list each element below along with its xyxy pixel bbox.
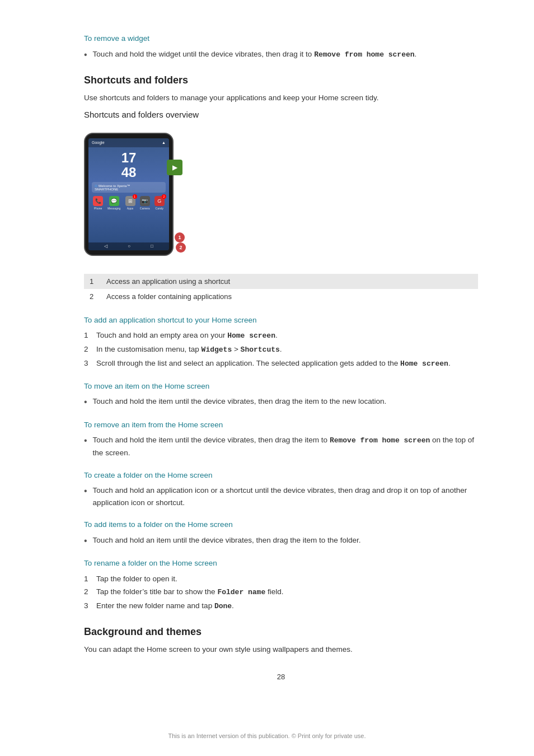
table-text-1: Access an application using a shortcut: [106, 277, 230, 286]
folder-badge: 2: [176, 242, 186, 253]
create-folder-text: Touch and hold an application icon or a …: [93, 484, 478, 508]
remove-widget-text: Touch and hold the widget until the devi…: [93, 48, 417, 61]
page-number: 28: [84, 673, 478, 681]
rename-folder-step-2: 2 Tap the folder’s title bar to show the…: [84, 586, 478, 599]
remove-widget-bullet: • Touch and hold the widget until the de…: [84, 48, 478, 61]
background-themes-heading: Background and themes: [84, 626, 478, 638]
create-folder-title: To create a folder on the Home screen: [84, 469, 478, 482]
rename-folder-step-3: 3 Enter the new folder name and tap Done…: [84, 600, 478, 613]
table-row-1: 1 Access an application using a shortcut: [84, 274, 478, 289]
background-themes-intro: You can adapt the Home screen to your ow…: [84, 643, 478, 656]
table-row-2: 2 Access a folder containing application…: [84, 289, 478, 304]
table-num-1: 1: [90, 277, 106, 286]
add-items-folder-bullet: • Touch and hold an item until the devic…: [84, 534, 478, 547]
overview-heading: Shortcuts and folders overview: [84, 110, 478, 119]
shortcuts-folders-intro: Use shortcuts and folders to manage your…: [84, 92, 478, 104]
rename-step-1-text: Tap the folder to open it.: [96, 573, 177, 585]
table-num-2: 2: [90, 292, 106, 301]
rename-folder-steps: 1 Tap the folder to open it. 2 Tap the f…: [84, 573, 478, 613]
remove-item-text: Touch and hold the item until the device…: [93, 434, 478, 459]
move-item-title: To move an item on the Home screen: [84, 380, 478, 393]
phone-screenshot: Google ▲ 1748 ⊙ Welcome to Xperia™SMARTP…: [84, 133, 174, 256]
remove-item-bullet: • Touch and hold the item until the devi…: [84, 434, 478, 459]
play-badge: ▶: [167, 160, 182, 175]
add-shortcut-step-2: 2 In the customisation menu, tap Widgets…: [84, 343, 478, 356]
move-item-text: Touch and hold the item until the device…: [93, 395, 387, 408]
add-shortcut-title: To add an application shortcut to your H…: [84, 314, 478, 326]
remove-item-title: To remove an item from the Home screen: [84, 419, 478, 431]
rename-folder-step-1: 1 Tap the folder to open it.: [84, 573, 478, 585]
add-shortcut-steps: 1 Touch and hold an empty area on your H…: [84, 329, 478, 370]
number-badge: 1: [175, 232, 185, 242]
add-items-folder-text: Touch and hold an item until the device …: [93, 534, 361, 547]
page: To remove a widget • Touch and hold the …: [0, 0, 534, 756]
footer-text: This is an Internet version of this publ…: [0, 732, 534, 739]
move-item-bullet: • Touch and hold the item until the devi…: [84, 395, 478, 408]
rename-folder-title: To rename a folder on the Home screen: [84, 557, 478, 570]
create-folder-bullet: • Touch and hold an application icon or …: [84, 484, 478, 508]
bullet-dot: •: [84, 49, 87, 61]
add-shortcut-step-1: 1 Touch and hold an empty area on your H…: [84, 329, 478, 342]
remove-widget-title: To remove a widget: [84, 32, 478, 45]
add-items-folder-title: To add items to a folder on the Home scr…: [84, 519, 478, 531]
add-shortcut-step-3: 3 Scroll through the list and select an …: [84, 357, 478, 370]
shortcuts-folders-heading: Shortcuts and folders: [84, 74, 478, 86]
table-text-2: Access a folder containing applications: [106, 292, 232, 301]
